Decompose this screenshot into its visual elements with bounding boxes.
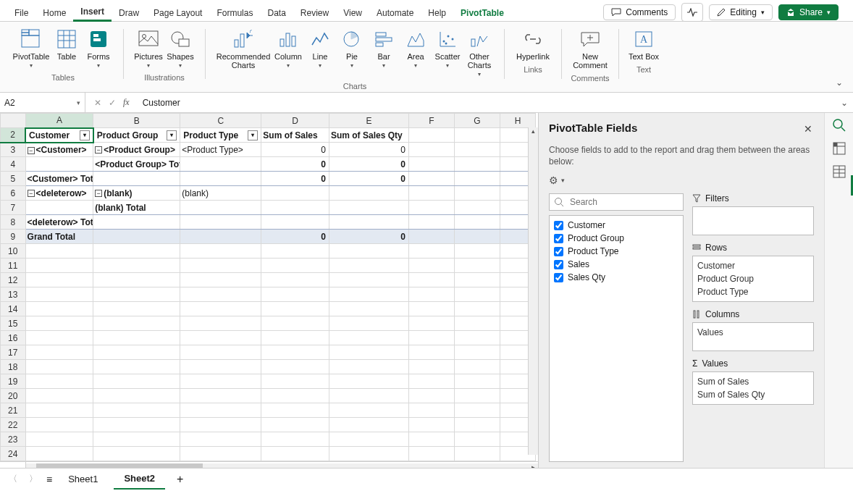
field-customer[interactable]: Customer	[554, 219, 678, 232]
select-all-corner[interactable]	[1, 114, 26, 128]
recommended-charts-button[interactable]: ?Recommended Charts	[214, 28, 272, 77]
row-header-2[interactable]: 2	[1, 128, 26, 143]
pivot-filter-dropdown[interactable]: ▾	[80, 130, 90, 140]
row-header-11[interactable]: 11	[1, 259, 26, 273]
cell-D3[interactable]: 0	[261, 143, 329, 157]
cell-B2[interactable]: Product Group▾	[93, 128, 180, 143]
pivot-filter-dropdown[interactable]: ▾	[248, 130, 258, 140]
field-product-group[interactable]: Product Group	[554, 232, 678, 245]
row-header-12[interactable]: 12	[1, 273, 26, 287]
cell-A5[interactable]: <Customer> Total	[25, 172, 93, 186]
rows-item[interactable]: Customer	[697, 259, 809, 272]
cell-A8[interactable]: <deleterow> Total	[25, 215, 93, 230]
prev-sheet-button[interactable]: 〈	[6, 473, 20, 485]
scatter-chart-button[interactable]: Scatter▾	[432, 28, 463, 77]
comments-button[interactable]: Comments	[603, 4, 676, 20]
tab-automate[interactable]: Automate	[369, 4, 421, 21]
pivottable-button[interactable]: PivotTable▾	[12, 28, 51, 69]
tab-pivottable[interactable]: PivotTable	[453, 4, 511, 21]
col-header-E[interactable]: E	[329, 114, 408, 128]
cell-B7[interactable]: (blank) Total	[93, 201, 180, 215]
field-search[interactable]	[549, 193, 684, 211]
cell-A2[interactable]: Customer▾	[25, 128, 93, 143]
tab-view[interactable]: View	[336, 4, 369, 21]
cell-C6[interactable]: (blank)	[180, 186, 261, 201]
accept-formula-icon[interactable]: ✓	[109, 98, 116, 108]
col-header-F[interactable]: F	[408, 114, 454, 128]
vals-item[interactable]: Sum of Sales Qty	[697, 388, 809, 401]
row-header-18[interactable]: 18	[1, 360, 26, 374]
row-header-10[interactable]: 10	[1, 244, 26, 259]
expand-formula-button[interactable]: ⌄	[836, 98, 853, 108]
tab-file[interactable]: File	[7, 4, 35, 21]
close-pane-button[interactable]: ✕	[804, 123, 812, 135]
add-sheet-button[interactable]: +	[171, 473, 189, 486]
hyperlink-button[interactable]: Hyperlink	[513, 28, 552, 61]
cell-E3[interactable]: 0	[329, 143, 408, 157]
row-header-17[interactable]: 17	[1, 345, 26, 360]
col-header-B[interactable]: B	[93, 114, 180, 128]
pictures-button[interactable]: Pictures▾	[133, 28, 164, 69]
field-sales-qty[interactable]: Sales Qty	[554, 271, 678, 284]
row-header-4[interactable]: 4	[1, 157, 26, 172]
formula-input[interactable]: Customer	[138, 98, 836, 108]
cell-B4[interactable]: <Product Group> Total	[93, 157, 180, 172]
new-comment-button[interactable]: New Comment	[571, 28, 610, 70]
vertical-scrollbar[interactable]: ▴	[528, 127, 538, 455]
sheet-tab-sheet2[interactable]: Sheet2	[114, 469, 165, 490]
row-header-6[interactable]: 6	[1, 186, 26, 201]
cell-C3[interactable]: <Product Type>	[180, 143, 261, 157]
cell-E2[interactable]: Sum of Sales Qty	[329, 128, 408, 143]
cell-D4[interactable]: 0	[261, 157, 329, 172]
row-header-14[interactable]: 14	[1, 302, 26, 316]
tab-home[interactable]: Home	[35, 4, 73, 21]
row-header-16[interactable]: 16	[1, 331, 26, 345]
cell-D9[interactable]: 0	[261, 230, 329, 244]
rows-item[interactable]: Product Group	[697, 272, 809, 285]
editing-mode-button[interactable]: Editing ▾	[709, 4, 773, 20]
row-header-24[interactable]: 24	[1, 447, 26, 461]
row-header-19[interactable]: 19	[1, 374, 26, 389]
cell-C2[interactable]: Product Type▾	[180, 128, 261, 143]
columns-dropzone[interactable]: Values	[692, 322, 814, 351]
pane-settings-button[interactable]: ⚙▾	[549, 175, 814, 186]
row-header-23[interactable]: 23	[1, 432, 26, 447]
search-sidebar-button[interactable]	[831, 117, 847, 133]
rows-item[interactable]: Product Type	[697, 285, 809, 298]
other-charts-button[interactable]: Other Charts▾	[463, 28, 495, 77]
cell-E4[interactable]: 0	[329, 157, 408, 172]
fx-icon[interactable]: fx	[123, 97, 130, 108]
forms-button[interactable]: Forms▾	[83, 28, 114, 69]
pivot-sidebar-button[interactable]	[831, 140, 847, 156]
row-header-8[interactable]: 8	[1, 215, 26, 230]
column-chart-button[interactable]: Column▾	[272, 28, 304, 77]
tab-help[interactable]: Help	[421, 4, 453, 21]
cell-D2[interactable]: Sum of Sales	[261, 128, 329, 143]
row-header-9[interactable]: 9	[1, 230, 26, 244]
tab-insert[interactable]: Insert	[73, 2, 112, 22]
collapse-icon[interactable]: −	[95, 146, 102, 154]
catchup-button[interactable]	[681, 3, 703, 22]
textbox-button[interactable]: AText Box	[628, 28, 660, 61]
name-box[interactable]: A2 ▾	[0, 93, 85, 112]
row-header-7[interactable]: 7	[1, 201, 26, 215]
col-header-A[interactable]: A	[25, 114, 93, 128]
field-sales[interactable]: Sales	[554, 258, 678, 271]
cell-E9[interactable]: 0	[329, 230, 408, 244]
field-product-type[interactable]: Product Type	[554, 245, 678, 258]
tab-review[interactable]: Review	[293, 4, 336, 21]
pie-chart-button[interactable]: Pie▾	[336, 28, 368, 77]
data-sidebar-button[interactable]	[831, 164, 847, 180]
row-header-15[interactable]: 15	[1, 316, 26, 331]
collapse-icon[interactable]: −	[95, 190, 102, 197]
tab-pagelayout[interactable]: Page Layout	[146, 4, 209, 21]
area-chart-button[interactable]: Area▾	[400, 28, 432, 77]
row-header-20[interactable]: 20	[1, 389, 26, 403]
row-header-3[interactable]: 3	[1, 143, 26, 157]
tab-draw[interactable]: Draw	[112, 4, 146, 21]
collapse-icon[interactable]: −	[28, 147, 35, 154]
col-header-D[interactable]: D	[261, 114, 329, 128]
share-button[interactable]: Share ▾	[778, 4, 839, 20]
cell-A9[interactable]: Grand Total	[25, 230, 93, 244]
all-sheets-button[interactable]: ≡	[46, 474, 52, 485]
